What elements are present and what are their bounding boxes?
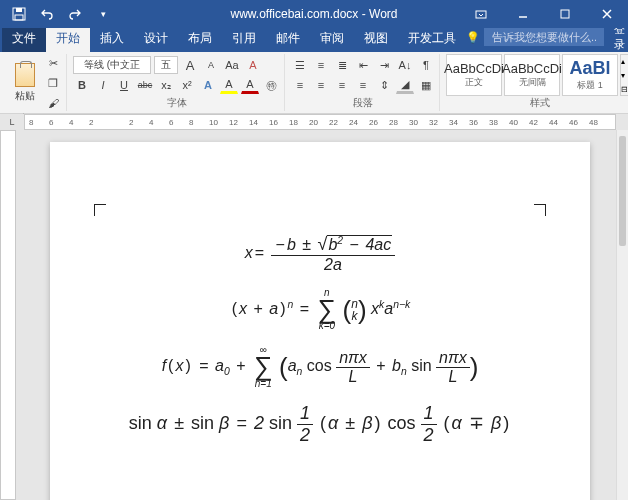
format-painter-icon[interactable]: 🖌	[44, 94, 62, 112]
title-bar: ▾ www.officebai.com.docx - Word	[0, 0, 628, 28]
tab-home[interactable]: 开始	[46, 26, 90, 52]
italic-button[interactable]: I	[94, 76, 112, 94]
style-heading1[interactable]: AaBl标题 1	[562, 54, 618, 96]
numbering-icon[interactable]: ≡	[312, 56, 330, 74]
group-paragraph: ☰ ≡ ≣ ⇤ ⇥ A↓ ¶ ≡ ≡ ≡ ≡ ⇕ ◢ ▦	[287, 54, 440, 111]
subscript-button[interactable]: x₂	[157, 76, 175, 94]
style-nospace[interactable]: AaBbCcDi无间隔	[504, 54, 560, 96]
qat-customize-icon[interactable]: ▾	[92, 3, 114, 25]
svg-rect-5	[561, 10, 569, 18]
align-right-icon[interactable]: ≡	[333, 76, 351, 94]
ribbon-tabs: 文件 开始 插入 设计 布局 引用 邮件 审阅 视图 开发工具 💡 登录 共享	[0, 28, 628, 52]
svg-rect-2	[15, 15, 23, 20]
tab-design[interactable]: 设计	[134, 26, 178, 52]
group-clipboard: 粘贴 ✂ ❐ 🖌 剪贴板	[4, 54, 67, 111]
equation-binomial[interactable]: (x + a)n = n∑k=0 (nk) xkan−k	[110, 288, 530, 331]
bold-button[interactable]: B	[73, 76, 91, 94]
increase-indent-icon[interactable]: ⇥	[375, 56, 393, 74]
redo-icon[interactable]	[64, 3, 86, 25]
align-center-icon[interactable]: ≡	[312, 76, 330, 94]
tab-insert[interactable]: 插入	[90, 26, 134, 52]
font-family-dropdown[interactable]: 等线 (中文正	[73, 56, 151, 74]
group-label-font: 字体	[73, 96, 280, 111]
equation-quadratic[interactable]: x= −b ± √b2 − 4ac 2a	[110, 234, 530, 274]
svg-rect-1	[16, 8, 22, 12]
underline-button[interactable]: U	[115, 76, 133, 94]
shading-icon[interactable]: ◢	[396, 76, 414, 94]
align-left-icon[interactable]: ≡	[291, 76, 309, 94]
tab-developer[interactable]: 开发工具	[398, 26, 466, 52]
tab-mailings[interactable]: 邮件	[266, 26, 310, 52]
bullets-icon[interactable]: ☰	[291, 56, 309, 74]
tab-references[interactable]: 引用	[222, 26, 266, 52]
group-label-styles: 样式	[446, 96, 628, 111]
font-size-dropdown[interactable]: 五	[154, 56, 178, 74]
grow-font-icon[interactable]: A	[181, 56, 199, 74]
close-icon[interactable]	[586, 0, 628, 28]
margin-corner-tr	[534, 204, 546, 216]
window-title: www.officebai.com.docx - Word	[231, 7, 398, 21]
multilevel-icon[interactable]: ≣	[333, 56, 351, 74]
tab-file[interactable]: 文件	[2, 26, 46, 52]
ribbon-options-icon[interactable]	[460, 0, 502, 28]
shrink-font-icon[interactable]: A	[202, 56, 220, 74]
justify-icon[interactable]: ≡	[354, 76, 372, 94]
highlight-icon[interactable]: A	[220, 76, 238, 94]
svg-rect-3	[476, 11, 486, 18]
decrease-indent-icon[interactable]: ⇤	[354, 56, 372, 74]
font-color-icon[interactable]: A	[241, 76, 259, 94]
group-font: 等线 (中文正 五 A A Aa A B I U abc x₂ x² A A A	[69, 54, 285, 111]
strike-button[interactable]: abc	[136, 76, 154, 94]
vertical-ruler[interactable]	[0, 130, 16, 500]
line-spacing-icon[interactable]: ⇕	[375, 76, 393, 94]
tab-view[interactable]: 视图	[354, 26, 398, 52]
borders-icon[interactable]: ▦	[417, 76, 435, 94]
tab-review[interactable]: 审阅	[310, 26, 354, 52]
scrollbar-thumb[interactable]	[619, 136, 626, 246]
window-controls	[460, 0, 628, 28]
cut-icon[interactable]: ✂	[44, 54, 62, 72]
group-styles: AaBbCcDi正文 AaBbCcDi无间隔 AaBl标题 1 ▴▾⊟ 样式	[442, 54, 628, 111]
margin-corner-tl	[94, 204, 106, 216]
equation-trig[interactable]: sin α ± sin β = 2 sin 12 (α ± β) cos 12 …	[110, 403, 530, 446]
superscript-button[interactable]: x²	[178, 76, 196, 94]
text-effects-icon[interactable]: A	[199, 76, 217, 94]
quick-access-toolbar: ▾	[0, 3, 114, 25]
clear-format-icon[interactable]: A	[244, 56, 262, 74]
enclose-icon[interactable]: ㊕	[262, 76, 280, 94]
copy-icon[interactable]: ❐	[44, 74, 62, 92]
change-case-icon[interactable]: Aa	[223, 56, 241, 74]
clipboard-icon	[15, 63, 35, 87]
group-label-paragraph: 段落	[291, 96, 435, 111]
ruler-corner: L	[0, 114, 24, 130]
vertical-scrollbar[interactable]	[616, 130, 628, 500]
tab-layout[interactable]: 布局	[178, 26, 222, 52]
style-normal[interactable]: AaBbCcDi正文	[446, 54, 502, 96]
horizontal-ruler[interactable]: 8642246810121416182022242628303234363840…	[24, 114, 616, 130]
ribbon: 粘贴 ✂ ❐ 🖌 剪贴板 等线 (中文正 五 A A Aa A	[0, 52, 628, 114]
show-marks-icon[interactable]: ¶	[417, 56, 435, 74]
save-icon[interactable]	[8, 3, 30, 25]
tell-me-input[interactable]	[484, 28, 604, 46]
paste-button[interactable]: 粘贴	[8, 63, 42, 103]
styles-gallery-expand[interactable]: ▴▾⊟	[620, 54, 628, 96]
document-viewport[interactable]: x= −b ± √b2 − 4ac 2a (x + a)n = n∑k=0 (n…	[24, 130, 616, 500]
maximize-icon[interactable]	[544, 0, 586, 28]
minimize-icon[interactable]	[502, 0, 544, 28]
lightbulb-icon: 💡	[466, 31, 480, 44]
sort-icon[interactable]: A↓	[396, 56, 414, 74]
page[interactable]: x= −b ± √b2 − 4ac 2a (x + a)n = n∑k=0 (n…	[50, 142, 590, 500]
equation-fourier[interactable]: f(x) = a0 + ∞∑n=1 (an cos nπxL + bn sin …	[110, 345, 530, 388]
document-area: L 86422468101214161820222426283032343638…	[0, 114, 628, 500]
undo-icon[interactable]	[36, 3, 58, 25]
